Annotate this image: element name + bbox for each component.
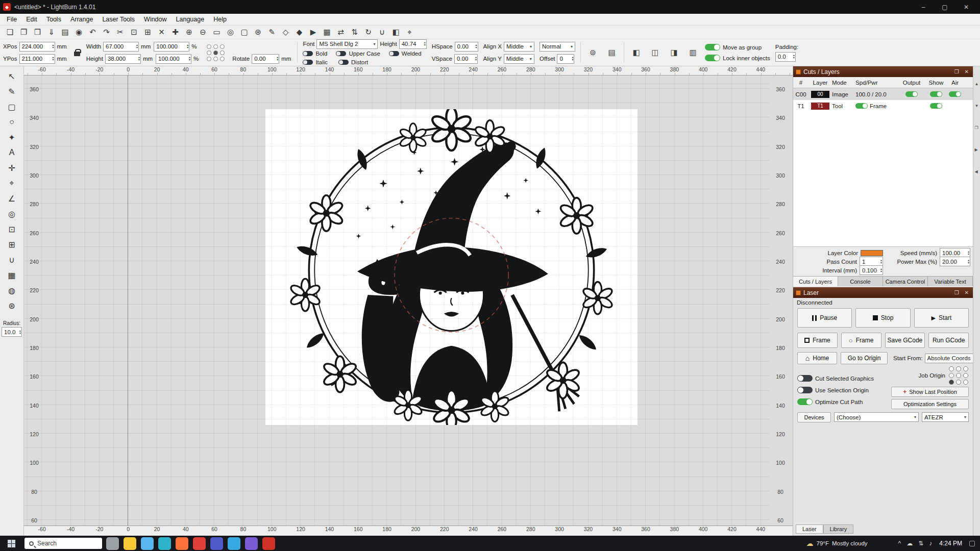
user-origin-icon[interactable]: ◇: [279, 27, 292, 38]
optimize-cut-path-toggle[interactable]: [797, 398, 813, 405]
scroll-down-icon[interactable]: ▼: [975, 104, 979, 108]
layer-row[interactable]: C00 00 Image 100.0 / 20.0: [793, 88, 973, 100]
layer-row[interactable]: T1 T1 Tool Frame: [793, 100, 973, 112]
firefox-icon[interactable]: [176, 537, 188, 550]
align-right-icon[interactable]: ◨: [667, 47, 681, 59]
opera-icon[interactable]: [193, 537, 206, 550]
copy-shapes-tool[interactable]: ⊡: [4, 222, 19, 236]
frame-toggle[interactable]: [855, 103, 868, 109]
save-icon[interactable]: ❒: [31, 27, 44, 38]
polygon-tool[interactable]: ✦: [4, 131, 19, 144]
menu-item[interactable]: File: [2, 14, 21, 24]
offset-field[interactable]: 0▴▾: [557, 54, 574, 64]
close-panel-icon[interactable]: ✕: [963, 69, 970, 74]
paste-icon[interactable]: ⊞: [141, 27, 155, 38]
menu-item[interactable]: Tools: [42, 14, 66, 24]
witch-image-object[interactable]: [265, 109, 638, 425]
layer-color-chip[interactable]: 00: [811, 91, 829, 98]
lock-inner-objects-toggle[interactable]: [705, 55, 720, 61]
use-selection-origin-toggle[interactable]: [797, 387, 813, 393]
layer-color-chip[interactable]: T1: [811, 103, 829, 110]
width-percent-field[interactable]: 100.000▴▾: [154, 42, 189, 52]
menu-item[interactable]: Language: [172, 14, 209, 24]
output-toggle[interactable]: [905, 91, 918, 97]
close-button[interactable]: ✕: [955, 0, 977, 14]
minimize-button[interactable]: –: [913, 0, 934, 14]
camera-icon[interactable]: ◎: [224, 27, 237, 38]
show-toggle[interactable]: [930, 91, 942, 97]
start-from-select[interactable]: Absolute Coords▾: [925, 354, 980, 363]
devices-button[interactable]: Devices: [797, 412, 831, 422]
print-marks-icon[interactable]: ▤: [605, 47, 619, 59]
paste-shapes-tool[interactable]: ⊞: [4, 238, 19, 251]
device-choose-select[interactable]: (Choose)▾: [834, 412, 919, 422]
tab-variable-text[interactable]: Variable Text: [928, 277, 973, 286]
menu-item[interactable]: Arrange: [66, 14, 97, 24]
scroll-up-icon[interactable]: ▲: [975, 82, 979, 86]
notification-center-icon[interactable]: [969, 541, 975, 546]
align-x-select[interactable]: Middle▾: [504, 42, 534, 52]
laser-position-icon[interactable]: ⌖: [403, 27, 416, 38]
delete-icon[interactable]: ✕: [155, 27, 168, 38]
height-field[interactable]: 38.000▴▾: [105, 54, 141, 64]
tab-cuts-layers[interactable]: Cuts / Layers: [793, 277, 838, 286]
close-panel-icon[interactable]: ✕: [963, 290, 970, 295]
collapse-panel-icon[interactable]: ▶: [975, 147, 979, 152]
show-last-position-button[interactable]: +Show Last Position: [891, 387, 969, 397]
rotate-icon[interactable]: ↻: [361, 27, 375, 38]
menu-item[interactable]: Edit: [21, 14, 42, 24]
grid-array-tool[interactable]: ▦: [4, 268, 19, 282]
frame-square-button[interactable]: Frame: [797, 333, 838, 348]
shape-properties-tool[interactable]: ⊛: [4, 299, 19, 312]
rectangle-tool[interactable]: ▢: [4, 100, 19, 113]
distort-toggle[interactable]: [338, 60, 349, 65]
ypos-field[interactable]: 211.000▴▾: [19, 54, 55, 64]
text-height-field[interactable]: 40.74▴▾: [399, 39, 427, 49]
stop-button[interactable]: Stop: [855, 308, 910, 328]
import-icon[interactable]: ⇓: [44, 27, 58, 38]
home-button[interactable]: ⌂Home: [797, 352, 837, 364]
width-field[interactable]: 67.000▴▾: [103, 42, 139, 52]
menu-item[interactable]: Window: [139, 14, 171, 24]
measure-tool[interactable]: ∠: [4, 192, 19, 205]
tab-camera-control[interactable]: Camera Control: [883, 277, 928, 286]
start-button[interactable]: ▶Start: [914, 308, 969, 328]
float-panel-icon[interactable]: ❐: [953, 290, 961, 295]
tab-library[interactable]: Library: [823, 524, 854, 534]
network-icon[interactable]: ⇅: [918, 540, 923, 547]
optimization-settings-button[interactable]: Optimization Settings: [891, 399, 969, 409]
undo-icon[interactable]: ↶: [86, 27, 100, 38]
zoom-in-icon[interactable]: ⊕: [182, 27, 196, 38]
hidden-icons-icon[interactable]: ^: [898, 540, 901, 547]
copy-icon[interactable]: ⊡: [127, 27, 141, 38]
bold-toggle[interactable]: [303, 51, 313, 56]
text-tool[interactable]: A: [4, 146, 19, 159]
start-button[interactable]: [2, 536, 20, 551]
mirror-h-icon[interactable]: ⇄: [334, 27, 348, 38]
run-gcode-button[interactable]: Run GCode: [928, 333, 969, 348]
welded-toggle[interactable]: [389, 51, 399, 56]
device-name-select[interactable]: ATEZR▾: [922, 412, 969, 422]
tab-laser[interactable]: Laser: [796, 524, 823, 534]
lightburn-icon[interactable]: [262, 537, 275, 550]
redo-icon[interactable]: ↷: [100, 27, 113, 38]
messenger-icon[interactable]: [228, 537, 240, 550]
print-icon[interactable]: ▤: [58, 27, 72, 38]
interval-field[interactable]: 0.100▴▾: [860, 265, 883, 275]
show-toggle[interactable]: [930, 103, 942, 109]
volume-icon[interactable]: ♪: [929, 540, 932, 547]
radius-field[interactable]: 10.0▴▾: [2, 327, 22, 337]
cut-selected-toggle[interactable]: [797, 375, 813, 382]
mirror-v-icon[interactable]: ⇅: [348, 27, 361, 38]
menu-item[interactable]: Help: [209, 14, 231, 24]
expand-panel-icon[interactable]: ◀: [975, 169, 979, 174]
tab-console[interactable]: Console: [838, 277, 883, 286]
save-gcode-button[interactable]: Save GCode: [885, 333, 925, 348]
new-file-icon[interactable]: ❏: [3, 27, 17, 38]
draw-lines-tool[interactable]: ✎: [4, 85, 19, 98]
capture-icon[interactable]: ◉: [72, 27, 86, 38]
edge-icon[interactable]: [158, 537, 171, 550]
select-tool[interactable]: ↖: [4, 69, 19, 83]
anchor-grid[interactable]: [207, 44, 225, 61]
power-max-field[interactable]: 20.00▴▾: [940, 257, 970, 266]
